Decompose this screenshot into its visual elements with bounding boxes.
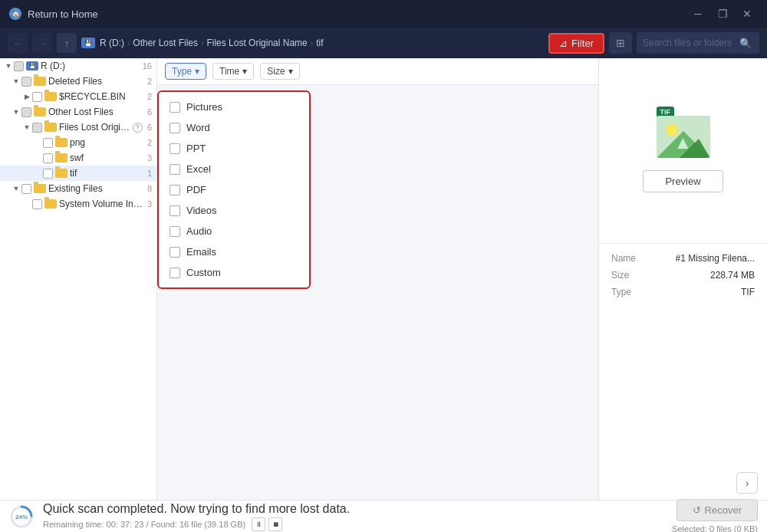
sidebar-item-files-lost[interactable]: ▼ Files Lost Original Na... ? 6 xyxy=(0,120,156,135)
recover-label: Recover xyxy=(705,504,742,516)
sidebar-item-system-volume[interactable]: System Volume Informati... 3 xyxy=(0,196,156,212)
dropdown-label-audio: Audio xyxy=(186,225,212,237)
checkbox-custom[interactable] xyxy=(170,268,180,278)
dropdown-label-ppt: PPT xyxy=(186,143,206,154)
filter-icon: ⊿ xyxy=(559,38,568,49)
dropdown-label-custom: Custom xyxy=(186,267,221,278)
dropdown-item-excel[interactable]: Excel xyxy=(159,159,309,179)
tree-label-tif: tif xyxy=(70,168,144,179)
pause-button[interactable]: ⏸ xyxy=(252,517,265,531)
type-filter-pill[interactable]: Type ▾ xyxy=(165,63,206,80)
dropdown-label-word: Word xyxy=(186,122,210,133)
checkbox-videos[interactable] xyxy=(170,205,180,216)
tree-count-other-lost: 6 xyxy=(147,107,152,117)
dropdown-item-emails[interactable]: Emails xyxy=(159,241,309,262)
dropdown-label-pictures: Pictures xyxy=(186,101,222,113)
dropdown-item-videos[interactable]: Videos xyxy=(159,200,309,221)
drive-icon: 💾 xyxy=(26,61,38,71)
sidebar-item-existing[interactable]: ▼ Existing Files 8 xyxy=(0,181,156,196)
tree-checkbox-swf[interactable] xyxy=(43,153,53,163)
filter-label: Filter xyxy=(571,38,594,49)
dropdown-item-custom[interactable]: Custom xyxy=(159,262,309,283)
sidebar-item-deleted-files[interactable]: ▼ Deleted Files 2 xyxy=(0,74,156,89)
checkbox-pdf[interactable] xyxy=(170,185,180,195)
size-filter-pill[interactable]: Size ▾ xyxy=(260,63,299,80)
dropdown-item-pictures[interactable]: Pictures xyxy=(159,97,309,117)
selected-info-text: Selected: 0 files (0 KB) xyxy=(672,524,758,532)
folder-icon xyxy=(44,123,57,132)
app-title: Return to Home xyxy=(28,8,98,20)
tree-checkbox-tif[interactable] xyxy=(43,169,53,179)
dropdown-item-word[interactable]: Word xyxy=(159,117,309,138)
tree-label-swf: swf xyxy=(70,153,144,163)
breadcrumb-files-lost[interactable]: Files Lost Original Name xyxy=(206,38,307,48)
tree-checkbox-drive-r[interactable] xyxy=(14,61,24,71)
status-sub-text: Remaining time: 00: 37: 23 / Found: 16 f… xyxy=(43,520,245,529)
sidebar-item-swf[interactable]: swf 3 xyxy=(0,150,156,166)
close-button[interactable]: ✕ xyxy=(736,3,758,25)
titlebar-left: 🏠 Return to Home xyxy=(9,8,98,20)
tree-label-recycle: $RECYCLE.BIN xyxy=(59,91,144,102)
tree-label-files-lost: Files Lost Original Na... xyxy=(59,122,133,133)
tree-checkbox-deleted[interactable] xyxy=(21,77,31,87)
view-toggle-button[interactable]: ⊞ xyxy=(609,32,632,54)
tree-checkbox-sysvolume[interactable] xyxy=(32,199,42,209)
filter-button[interactable]: ⊿ Filter xyxy=(548,33,604,54)
breadcrumb-tif[interactable]: tif xyxy=(316,38,323,48)
checkbox-excel[interactable] xyxy=(170,164,180,175)
search-input[interactable] xyxy=(643,38,735,48)
recover-icon: ↺ xyxy=(693,504,701,516)
folder-icon xyxy=(34,184,46,193)
tree-checkbox-existing[interactable] xyxy=(21,184,31,194)
sidebar-item-recycle[interactable]: ▶ $RECYCLE.BIN 2 xyxy=(0,89,156,104)
minimize-button[interactable]: ─ xyxy=(687,3,709,25)
preview-button[interactable]: Preview xyxy=(643,170,723,192)
search-icon: 🔍 xyxy=(739,38,752,49)
checkbox-word[interactable] xyxy=(170,123,180,133)
size-value: 228.74 MB xyxy=(710,270,755,281)
tree-checkbox-files-lost[interactable] xyxy=(32,123,42,133)
dropdown-item-audio[interactable]: Audio xyxy=(159,221,309,241)
progress-circle: 24% xyxy=(9,504,34,529)
checkbox-pictures[interactable] xyxy=(170,102,180,113)
sidebar-item-tif[interactable]: tif 1 xyxy=(0,166,156,181)
info-icon[interactable]: ? xyxy=(133,123,143,133)
tree-label-drive-r: R (D:) xyxy=(41,61,140,71)
filter-bar: Type ▾ Time ▾ Size ▾ xyxy=(157,58,598,85)
checkbox-emails[interactable] xyxy=(170,247,180,258)
up-button[interactable]: ↑ xyxy=(57,33,77,53)
titlebar: 🏠 Return to Home ─ ❐ ✕ xyxy=(0,0,767,28)
breadcrumb-other-lost[interactable]: Other Lost Files xyxy=(133,38,198,48)
checkbox-audio[interactable] xyxy=(170,226,180,237)
tree-count-files-lost: 6 xyxy=(147,123,152,132)
dropdown-item-ppt[interactable]: PPT xyxy=(159,138,309,159)
status-text-area: Quick scan completed. Now trying to find… xyxy=(43,502,350,531)
dropdown-item-pdf[interactable]: PDF xyxy=(159,179,309,200)
breadcrumb-drive[interactable]: R (D:) xyxy=(100,38,124,48)
tree-checkbox-other-lost[interactable] xyxy=(21,107,31,117)
tree-checkbox-png[interactable] xyxy=(43,138,53,148)
toggle-icon: ▼ xyxy=(11,76,21,87)
tree-checkbox-recycle[interactable] xyxy=(32,92,42,102)
back-button[interactable]: ← xyxy=(8,33,28,53)
sidebar-item-png[interactable]: png 2 xyxy=(0,135,156,150)
tree-count-existing: 8 xyxy=(147,184,152,193)
statusbar: 24% Quick scan completed. Now trying to … xyxy=(0,500,767,532)
nav-arrow-area: › xyxy=(599,466,767,500)
next-arrow-button[interactable]: › xyxy=(736,472,758,494)
forward-button[interactable]: → xyxy=(32,33,52,53)
type-dropdown: Pictures Word PPT Excel PDF Videos xyxy=(157,90,311,289)
main-area: ▼ 💾 R (D:) 16 ▼ Deleted Files 2 ▶ $RECYC… xyxy=(0,58,767,500)
arrow-right-icon: › xyxy=(746,477,749,489)
checkbox-ppt[interactable] xyxy=(170,143,180,154)
preview-label: Preview xyxy=(665,176,700,187)
toggle-icon: ▼ xyxy=(11,183,21,194)
sidebar-item-other-lost[interactable]: ▼ Other Lost Files 6 xyxy=(0,104,156,120)
time-filter-pill[interactable]: Time ▾ xyxy=(212,63,254,80)
folder-icon xyxy=(44,199,57,209)
maximize-button[interactable]: ❐ xyxy=(712,3,733,25)
dropdown-label-excel: Excel xyxy=(186,163,211,175)
sidebar-item-drive-r[interactable]: ▼ 💾 R (D:) 16 xyxy=(0,58,156,74)
stop-button[interactable]: ⏹ xyxy=(268,517,282,531)
recover-button[interactable]: ↺ Recover xyxy=(676,499,758,521)
